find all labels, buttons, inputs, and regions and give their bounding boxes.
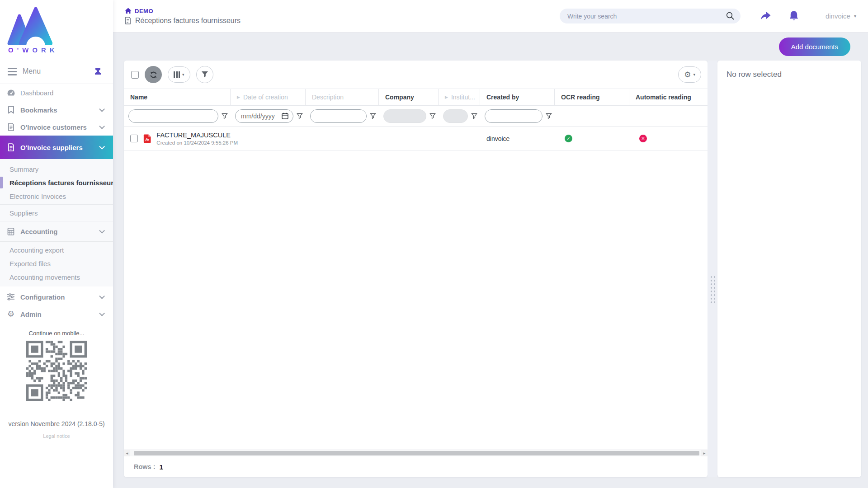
scroll-left-button[interactable]: ◄	[124, 450, 130, 456]
column-header-created-by[interactable]: Created by	[480, 89, 555, 105]
gear-icon: ⚙	[6, 310, 15, 319]
select-all-checkbox[interactable]	[131, 71, 139, 79]
hamburger-icon	[8, 68, 17, 75]
sidebar-item-admin[interactable]: ⚙ Admin	[0, 305, 113, 323]
table-filter-row	[124, 106, 708, 127]
filter-date-input[interactable]	[241, 113, 279, 120]
sidebar-item-suppliers[interactable]: Suppliers	[0, 206, 113, 220]
sidebar-item-bookmarks[interactable]: Bookmarks	[0, 101, 113, 118]
caret-down-icon: ▾	[854, 14, 856, 19]
add-documents-button[interactable]: Add documents	[779, 38, 850, 56]
sidebar-item-dashboard[interactable]: Dashboard	[0, 84, 113, 101]
notifications-button[interactable]	[788, 10, 799, 22]
scrollbar-thumb[interactable]	[134, 451, 699, 455]
automatic-reading-error-icon: ✕	[639, 135, 647, 142]
columns-button[interactable]: ▾	[168, 66, 190, 83]
chevron-down-icon	[99, 123, 105, 129]
table-footer: Rows : 1	[124, 456, 708, 477]
horizontal-scrollbar[interactable]: ◄ ►	[124, 450, 708, 456]
filter-created-by-input[interactable]	[485, 109, 542, 123]
table-row[interactable]: FACTURE_MAJUSCULE Created on 10/24/2024 …	[124, 127, 708, 151]
chevron-down-icon	[99, 144, 105, 150]
sidebar-item-oinvoice-customers[interactable]: O'Invoice customers	[0, 118, 113, 136]
refresh-icon	[149, 70, 158, 79]
sidebar-item-accounting-export[interactable]: Accounting export	[0, 243, 113, 257]
column-header-automatic-reading[interactable]: Automatic reading	[629, 89, 708, 105]
funnel-icon[interactable]	[429, 113, 436, 119]
funnel-icon[interactable]	[297, 113, 303, 119]
sidebar-item-label: O'Invoice customers	[20, 123, 99, 131]
funnel-icon[interactable]	[471, 113, 477, 119]
suppliers-submenu: Summary Réceptions factures fournisseur …	[0, 159, 113, 286]
pin-icon[interactable]	[94, 67, 102, 76]
mobile-caption: Continue on mobile...	[0, 330, 113, 337]
documents-table-card: ▾ ⚙ ▾	[124, 61, 708, 477]
sidebar-item-electronic-invoices[interactable]: Electronic Invoices	[0, 189, 113, 203]
brand-logo[interactable]: O'WORK	[0, 0, 113, 59]
share-button[interactable]	[760, 11, 771, 21]
sort-arrow-icon: ▶	[445, 95, 448, 99]
search-input[interactable]	[560, 9, 741, 23]
column-header-ocr-reading[interactable]: OCR reading	[555, 89, 629, 105]
caret-down-icon: ▾	[182, 72, 184, 77]
pdf-file-icon	[143, 133, 151, 144]
column-header-date-of-creation[interactable]: ▶ Date of creation	[231, 89, 306, 105]
filter-button[interactable]	[196, 66, 213, 83]
table-settings-button[interactable]: ⚙ ▾	[678, 66, 701, 83]
column-header-description[interactable]: Description	[306, 89, 379, 105]
column-header-institution[interactable]: ▶ Institut...	[439, 89, 480, 105]
app-root: O'WORK Menu Dashboard Bookmarks	[0, 0, 868, 488]
table-empty-space	[124, 151, 708, 450]
calendar-icon[interactable]	[282, 113, 288, 119]
ocr-reading-success-icon: ✓	[565, 135, 572, 142]
document-icon	[125, 17, 131, 24]
refresh-button[interactable]	[145, 66, 162, 83]
divider	[0, 221, 113, 221]
panel-resize-gutter	[708, 61, 717, 477]
scroll-right-button[interactable]: ►	[701, 450, 708, 456]
column-header-company[interactable]: Company	[379, 89, 439, 105]
divider	[0, 241, 113, 242]
sidebar-item-accounting[interactable]: Accounting	[0, 223, 113, 240]
filter-company-input	[383, 109, 426, 123]
scrollbar-track[interactable]	[130, 450, 701, 456]
bookmark-icon	[6, 105, 15, 114]
sidebar-item-summary[interactable]: Summary	[0, 162, 113, 176]
columns-icon	[174, 71, 180, 78]
global-search	[560, 9, 741, 23]
detail-panel: No row selected	[717, 61, 861, 477]
invoice-document-icon	[6, 143, 15, 152]
filter-institution-input	[443, 109, 468, 123]
sidebar-footer: Continue on mobile... version Novembre 2…	[0, 323, 113, 439]
funnel-icon[interactable]	[222, 113, 228, 119]
sidebar-item-label: Dashboard	[20, 89, 103, 97]
chevron-down-icon	[99, 106, 105, 112]
work-row: ▾ ⚙ ▾	[124, 61, 861, 477]
document-created-date: Created on 10/24/2024 9:55:26 PM	[156, 140, 227, 145]
legal-notice-link[interactable]: Legal notice	[0, 433, 113, 439]
sidebar-item-exported-files[interactable]: Exported files	[0, 257, 113, 270]
sidebar-item-label: Bookmarks	[20, 106, 99, 114]
filter-description-input[interactable]	[310, 109, 367, 123]
breadcrumb-home[interactable]: DEMO	[125, 8, 241, 14]
drag-handle[interactable]	[709, 275, 716, 304]
sidebar-menu-toggle[interactable]: Menu	[0, 59, 113, 84]
row-checkbox[interactable]	[130, 135, 138, 142]
sidebar-item-accounting-movements[interactable]: Accounting movements	[0, 270, 113, 284]
qr-code	[26, 341, 87, 401]
bell-icon	[788, 10, 799, 22]
sidebar-item-oinvoice-suppliers[interactable]: O'Invoice suppliers	[0, 136, 113, 159]
sidebar-item-label: Accounting	[20, 228, 99, 235]
created-by-value: dinvoice	[486, 135, 509, 142]
mountain-logo-icon	[7, 5, 52, 45]
search-icon[interactable]	[726, 12, 735, 20]
rows-label: Rows :	[134, 463, 156, 470]
invoice-document-icon	[6, 122, 15, 131]
funnel-icon[interactable]	[370, 113, 376, 119]
user-menu[interactable]: dinvoice ▾	[826, 12, 856, 20]
sidebar-item-receptions-factures[interactable]: Réceptions factures fournisseur 0	[0, 176, 113, 189]
sidebar-item-configuration[interactable]: Configuration	[0, 288, 113, 305]
filter-name-input[interactable]	[128, 109, 218, 123]
column-header-name[interactable]: Name	[124, 89, 231, 105]
funnel-icon[interactable]	[546, 113, 552, 119]
